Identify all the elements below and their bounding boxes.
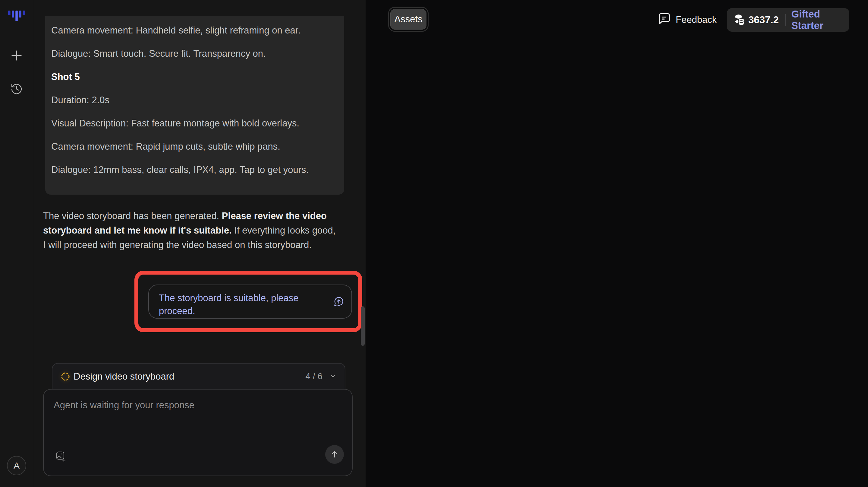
- pill-divider: [785, 14, 786, 26]
- assets-button[interactable]: Assets: [390, 9, 427, 30]
- storyboard-line: Duration: 2.0s: [51, 95, 338, 105]
- task-spinner-icon: [61, 372, 70, 381]
- storyboard-line: Visual Description: Fast feature montage…: [51, 119, 338, 128]
- image-plus-icon: [55, 450, 67, 463]
- credits-pill[interactable]: 3637.2 Gifted Starter: [727, 8, 849, 32]
- suggested-reply-text: The storyboard is suitable, please proce…: [159, 293, 299, 316]
- suggested-reply-chip[interactable]: The storyboard is suitable, please proce…: [148, 285, 352, 319]
- assets-button-label: Assets: [394, 14, 422, 25]
- add-image-button[interactable]: [55, 450, 67, 463]
- red-annotation-box: The storyboard is suitable, please proce…: [134, 271, 362, 332]
- arrow-up-icon: [330, 450, 339, 460]
- composer-input[interactable]: [44, 390, 352, 437]
- user-avatar[interactable]: A: [7, 456, 26, 475]
- feedback-button[interactable]: Feedback: [656, 13, 718, 27]
- feedback-icon: [658, 12, 671, 28]
- task-label: Design video storyboard: [73, 371, 306, 382]
- storyboard-shot-heading: Shot 5: [51, 72, 338, 82]
- credits-value: 3637.2: [748, 14, 779, 26]
- plan-label: Gifted Starter: [792, 8, 843, 31]
- new-chat-button[interactable]: [9, 48, 24, 63]
- waveform-logo-icon: [8, 10, 25, 22]
- assistant-message: The video storyboard has been generated.…: [43, 209, 366, 252]
- chevron-down-icon[interactable]: [329, 372, 337, 381]
- storyboard-line: Dialogue: 12mm bass, clear calls, IPX4, …: [51, 165, 338, 174]
- preview-canvas: Assets Feedback: [366, 0, 868, 487]
- storyboard-line: Dialogue: Smart touch. Secure fit. Trans…: [51, 49, 338, 58]
- speech-bubble-send-icon[interactable]: [333, 296, 344, 307]
- storyboard-card: Camera movement: Handheld selfie, slight…: [45, 16, 344, 195]
- composer: [43, 389, 352, 476]
- sidebar: A: [0, 0, 34, 487]
- plus-icon: [10, 49, 24, 63]
- history-icon: [10, 83, 23, 96]
- history-button[interactable]: [10, 83, 23, 96]
- chat-scrollbar-thumb[interactable]: [361, 306, 365, 346]
- storyboard-line: Camera movement: Rapid jump cuts, subtle…: [51, 142, 338, 151]
- coin-stack-icon: [734, 13, 746, 27]
- feedback-label: Feedback: [676, 15, 717, 25]
- avatar-letter: A: [13, 460, 20, 471]
- task-progress-count: 4 / 6: [306, 371, 322, 381]
- app-window: A Camera movement: Handheld selfie, slig…: [0, 0, 868, 487]
- chat-panel: Camera movement: Handheld selfie, slight…: [34, 0, 366, 487]
- storyboard-line: Camera movement: Handheld selfie, slight…: [51, 26, 338, 35]
- task-progress-row[interactable]: Design video storyboard 4 / 6: [52, 363, 345, 389]
- send-button[interactable]: [325, 445, 344, 464]
